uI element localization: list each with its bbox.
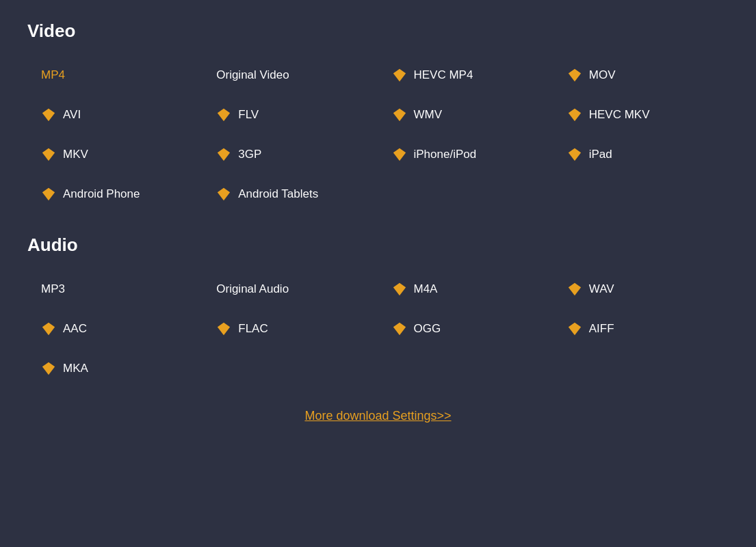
format-label: AIFF: [589, 322, 614, 336]
format-label: MKV: [63, 148, 88, 161]
video-section: Video MP4Original Video HEVC MP4 MOV AVI…: [27, 21, 729, 214]
svg-marker-0: [393, 69, 405, 81]
diamond-icon: [392, 68, 407, 83]
diamond-icon: [567, 107, 582, 122]
diamond-icon: [41, 321, 56, 336]
format-item[interactable]: Android Tablets: [203, 174, 378, 214]
format-label: WMV: [414, 108, 443, 122]
diamond-icon: [216, 321, 231, 336]
diamond-icon: [392, 282, 407, 297]
format-item[interactable]: FLV: [203, 95, 378, 135]
more-settings-link[interactable]: More download Settings>>: [304, 409, 451, 423]
svg-marker-15: [218, 323, 230, 335]
format-item[interactable]: Android Phone: [27, 174, 203, 214]
format-label: M4A: [414, 282, 438, 296]
svg-marker-2: [42, 109, 55, 121]
diamond-icon: [41, 107, 56, 122]
format-item[interactable]: FLAC: [203, 309, 378, 349]
format-label: FLV: [238, 108, 259, 122]
svg-marker-10: [42, 188, 55, 200]
format-item[interactable]: MKV: [27, 135, 203, 174]
audio-format-grid: MP3Original Audio M4A WAV AAC FLAC OGG A…: [27, 269, 729, 388]
empty-cell: [378, 349, 553, 388]
empty-cell: [553, 349, 729, 388]
format-item[interactable]: M4A: [378, 269, 553, 309]
format-item[interactable]: MKA: [27, 349, 203, 388]
svg-marker-12: [393, 283, 405, 295]
diamond-icon: [567, 282, 582, 297]
format-item[interactable]: AAC: [27, 309, 203, 349]
footer: More download Settings>>: [27, 395, 729, 437]
svg-marker-4: [393, 109, 405, 121]
format-item[interactable]: 3GP: [203, 135, 378, 174]
format-label: 3GP: [238, 148, 261, 161]
diamond-icon: [567, 147, 582, 162]
format-label: MKA: [63, 362, 88, 375]
format-label: HEVC MP4: [414, 68, 473, 82]
format-item[interactable]: WAV: [553, 269, 729, 309]
diamond-icon: [41, 187, 56, 202]
diamond-icon: [567, 68, 582, 83]
format-label: Original Video: [216, 68, 289, 82]
format-label: Original Audio: [216, 282, 289, 296]
format-label: Android Tablets: [238, 187, 318, 201]
format-item[interactable]: HEVC MKV: [553, 95, 729, 135]
format-item[interactable]: AVI: [27, 95, 203, 135]
svg-marker-9: [569, 148, 581, 161]
svg-marker-5: [569, 109, 581, 121]
svg-marker-18: [42, 362, 55, 375]
format-label: OGG: [414, 322, 441, 336]
video-format-grid: MP4Original Video HEVC MP4 MOV AVI FLV W…: [27, 55, 729, 214]
format-label: FLAC: [238, 322, 268, 336]
format-label: AAC: [63, 322, 87, 336]
format-label: WAV: [589, 282, 614, 296]
diamond-icon: [216, 107, 231, 122]
empty-cell: [378, 174, 553, 214]
diamond-icon: [392, 107, 407, 122]
format-label: HEVC MKV: [589, 108, 650, 122]
format-label: MP4: [41, 68, 65, 82]
format-label: MOV: [589, 68, 616, 82]
svg-marker-13: [569, 283, 581, 295]
diamond-icon: [567, 321, 582, 336]
format-item[interactable]: OGG: [378, 309, 553, 349]
svg-marker-1: [569, 69, 581, 81]
format-label: MP3: [41, 282, 65, 296]
svg-marker-17: [569, 323, 581, 335]
diamond-icon: [41, 147, 56, 162]
svg-marker-11: [218, 188, 230, 200]
audio-section-title: Audio: [27, 235, 729, 256]
format-item[interactable]: MOV: [553, 55, 729, 95]
format-item[interactable]: iPhone/iPod: [378, 135, 553, 174]
empty-cell: [203, 349, 378, 388]
format-item[interactable]: MP4: [27, 55, 203, 95]
format-label: iPad: [589, 148, 612, 161]
format-label: Android Phone: [63, 187, 140, 201]
svg-marker-16: [393, 323, 405, 335]
format-label: iPhone/iPod: [414, 148, 477, 161]
format-item[interactable]: MP3: [27, 269, 203, 309]
format-item[interactable]: AIFF: [553, 309, 729, 349]
format-item[interactable]: Original Audio: [203, 269, 378, 309]
svg-marker-6: [42, 148, 55, 161]
diamond-icon: [216, 147, 231, 162]
diamond-icon: [41, 361, 56, 376]
main-container: Video MP4Original Video HEVC MP4 MOV AVI…: [0, 0, 756, 457]
svg-marker-14: [42, 323, 55, 335]
format-item[interactable]: Original Video: [203, 55, 378, 95]
format-label: AVI: [63, 108, 81, 122]
svg-marker-7: [218, 148, 230, 161]
empty-cell: [553, 174, 729, 214]
diamond-icon: [216, 187, 231, 202]
format-item[interactable]: iPad: [553, 135, 729, 174]
video-section-title: Video: [27, 21, 729, 42]
diamond-icon: [392, 321, 407, 336]
format-item[interactable]: WMV: [378, 95, 553, 135]
format-item[interactable]: HEVC MP4: [378, 55, 553, 95]
svg-marker-8: [393, 148, 405, 161]
audio-section: Audio MP3Original Audio M4A WAV AAC FLAC…: [27, 235, 729, 388]
svg-marker-3: [218, 109, 230, 121]
diamond-icon: [392, 147, 407, 162]
